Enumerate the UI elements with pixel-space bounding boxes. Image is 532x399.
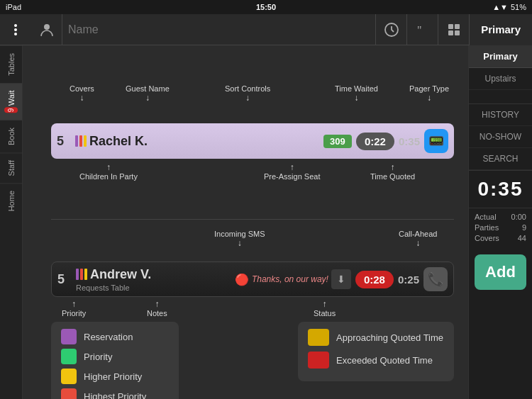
covers-stat-value: 44 xyxy=(518,234,526,242)
reservation-swatch xyxy=(61,329,77,344)
sidebar-history[interactable]: HISTORY xyxy=(469,104,532,126)
priority-label: Priority xyxy=(84,352,112,362)
legend-highest-priority: Highest Priority xyxy=(61,388,169,399)
svg-rect-8 xyxy=(448,30,453,35)
andrew-time-waited: 0:28 xyxy=(355,271,394,288)
annotation-area: Covers Guest Name Sort Controls Time Wai… xyxy=(23,45,468,399)
svg-point-2 xyxy=(14,33,17,35)
higher-priority-label: Higher Priority xyxy=(84,371,142,382)
parties-value: 9 xyxy=(522,223,526,232)
sidebar-stats: Actual 0:00 Parties 9 Covers 44 xyxy=(469,208,532,249)
nav-right-icons: " Primary xyxy=(375,14,532,45)
legend-priority: Priority xyxy=(61,349,169,364)
rachel-card[interactable]: 5 Rachel K. 309 0:22 0:35 📟 xyxy=(51,123,454,159)
highest-priority-swatch xyxy=(61,388,77,399)
svg-text:": " xyxy=(417,24,422,36)
exceeded-status: Exceeded Quoted Time xyxy=(308,352,444,369)
nav-bar: " Primary xyxy=(0,14,532,45)
battery-label: 51% xyxy=(511,3,526,11)
pre-assign-label: Pre-Assign Seat xyxy=(264,162,320,181)
add-button[interactable]: Add xyxy=(475,254,526,290)
guest-name-label: Guest Name xyxy=(126,84,170,103)
quote-icon[interactable]: " xyxy=(406,14,438,45)
sidebar-search[interactable]: SEARCH xyxy=(469,148,532,170)
right-sidebar-header: Primary xyxy=(469,45,532,68)
time-quoted-ann-label: Time Quoted xyxy=(370,162,415,181)
andrew-party-size: 5 xyxy=(57,272,72,287)
sort-controls-label: Sort Controls xyxy=(225,84,270,103)
andrew-card[interactable]: 5 Andrew V. Requests Table 🔴 Thanks, xyxy=(51,262,454,297)
rachel-name: Rachel K. xyxy=(89,134,148,149)
highest-priority-label: Highest Priority xyxy=(84,391,146,400)
incoming-sms-label: Incoming SMS xyxy=(214,230,265,248)
rachel-time-waited: 0:22 xyxy=(356,133,394,150)
carrier-label: iPad xyxy=(6,3,21,11)
sms-badge: 🔴 Thanks, on our way! ⬇ xyxy=(235,269,351,289)
actual-value: 0:00 xyxy=(511,213,526,221)
sidebar-upstairs[interactable]: Upstairs xyxy=(469,68,532,90)
andrew-name: Andrew V. xyxy=(90,267,151,282)
svg-point-0 xyxy=(14,24,17,27)
approaching-swatch xyxy=(308,329,329,346)
andrew-phone-icon: 📞 xyxy=(423,267,448,291)
andrew-sub-text: Requests Table xyxy=(76,283,130,292)
sidebar-no-show[interactable]: NO-SHOW xyxy=(469,126,532,148)
priority-ann-label: Priority xyxy=(62,299,86,317)
pager-type-label: Pager Type xyxy=(409,84,449,103)
legend-higher-priority: Higher Priority xyxy=(61,369,169,384)
sms-download-icon[interactable]: ⬇ xyxy=(331,269,351,289)
parties-label: Parties xyxy=(475,223,499,232)
andrew-name-area: Andrew V. Requests Table xyxy=(76,267,231,292)
exceeded-swatch xyxy=(308,352,329,369)
legend-reservation: Reservation xyxy=(61,329,169,344)
svg-rect-9 xyxy=(455,30,460,35)
sidebar-item-staff[interactable]: Staff xyxy=(0,152,22,183)
search-input[interactable] xyxy=(62,23,375,36)
sidebar-item-book[interactable]: Book xyxy=(0,120,22,152)
sms-icon: 🔴 xyxy=(235,273,249,286)
call-ahead-label: Call-Ahead xyxy=(399,230,437,248)
approaching-status: Approaching Quoted Time xyxy=(308,329,444,346)
rachel-badge: 309 xyxy=(323,135,352,148)
rachel-name-area: Rachel K. xyxy=(75,134,319,149)
parties-stat: Parties 9 xyxy=(475,223,526,232)
time-label: 15:50 xyxy=(256,3,276,11)
andrew-time-quoted: 0:25 xyxy=(398,274,419,286)
primary-button[interactable]: Primary xyxy=(469,14,532,45)
svg-point-1 xyxy=(14,28,17,31)
sidebar-separator xyxy=(469,90,532,104)
sms-text: Thanks, on our way! xyxy=(252,274,328,284)
status-right: ▲▼ 51% xyxy=(492,3,526,11)
reservation-label: Reservation xyxy=(84,332,133,342)
andrew-priority-icon xyxy=(76,269,87,280)
priority-swatch xyxy=(61,349,77,364)
divider xyxy=(51,219,454,220)
person-icon xyxy=(31,14,62,45)
approaching-label: Approaching Quoted Time xyxy=(336,332,443,343)
rachel-party-size: 5 xyxy=(57,134,71,149)
actual-label: Actual xyxy=(475,213,497,221)
grid-icon[interactable] xyxy=(438,14,469,45)
svg-rect-6 xyxy=(448,24,453,29)
menu-icon[interactable] xyxy=(0,14,31,45)
time-waited-label: Time Waited xyxy=(335,84,378,103)
legend-box: Reservation Priority Higher Priority Hig… xyxy=(51,322,179,399)
sidebar-item-tables[interactable]: Tables xyxy=(0,45,22,83)
status-ann-label: Status xyxy=(314,299,336,317)
sidebar-item-home[interactable]: Home xyxy=(0,183,22,218)
clock-icon[interactable] xyxy=(375,14,406,45)
status-legend-box: Approaching Quoted Time Exceeded Quoted … xyxy=(298,322,454,381)
rachel-time-quoted: 0:35 xyxy=(399,135,420,147)
time-display-value: 0:35 xyxy=(477,178,523,200)
center-content: Covers Guest Name Sort Controls Time Wai… xyxy=(23,45,468,399)
status-bar: iPad 15:50 ▲▼ 51% xyxy=(0,0,532,14)
wait-badge: 9 xyxy=(4,107,18,113)
actual-stat: Actual 0:00 xyxy=(475,213,526,221)
children-label: Children In Party xyxy=(79,162,138,181)
notes-ann-label: Notes xyxy=(147,299,167,317)
covers-stat: Covers 44 xyxy=(475,234,526,242)
covers-stat-label: Covers xyxy=(475,234,499,242)
main-layout: Tables 9 Wait Book Staff Home Covers Gue… xyxy=(0,45,532,399)
sidebar-item-wait[interactable]: 9 Wait xyxy=(0,83,22,120)
svg-rect-7 xyxy=(455,24,460,29)
